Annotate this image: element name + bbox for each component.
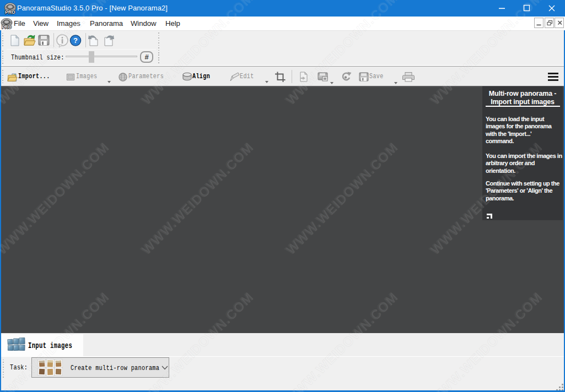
svg-text:PRO: PRO: [2, 25, 12, 30]
svg-text:?: ?: [73, 36, 78, 45]
svg-text:PRO: PRO: [5, 9, 15, 15]
